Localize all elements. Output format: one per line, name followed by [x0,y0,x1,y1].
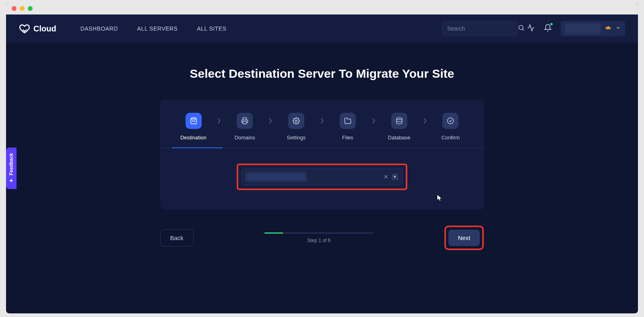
step-label: Database [388,135,411,141]
progress-bar [264,232,373,234]
nav-dashboard[interactable]: DASHBOARD [80,25,118,32]
window-maximize-button[interactable] [28,6,33,11]
svg-rect-1 [243,122,247,124]
progress-fill [264,232,283,234]
nav-all-servers[interactable]: ALL SERVERS [137,25,178,32]
activity-icon[interactable] [527,24,535,33]
step-database[interactable]: Database [385,113,413,148]
feedback-label: Feedback [8,153,14,175]
stepper: Destination ❯ Domains ❯ Settings ❯ [160,100,484,148]
step-destination[interactable]: Destination [180,113,208,148]
page-title: Select Destination Server To Migrate You… [190,67,454,81]
step-domains[interactable]: Domains [231,113,259,148]
destination-select-area: ✕ ▼ [160,148,484,209]
wizard-card: Destination ❯ Domains ❯ Settings ❯ [160,100,484,209]
step-label: Destination [180,135,206,141]
feedback-tab[interactable]: ✦ Feedback [6,147,17,189]
svg-point-4 [448,118,454,124]
back-button[interactable]: Back [160,229,194,247]
chevron-down-icon [615,25,621,32]
notification-dot [550,23,553,25]
notifications-icon[interactable] [544,24,552,33]
sparkle-icon: ✦ [8,178,14,183]
window-titlebar [6,2,638,15]
chevron-right-icon: ❯ [423,118,427,123]
user-name-redacted [565,23,601,34]
header-right [442,21,625,37]
main-nav: DASHBOARD ALL SERVERS ALL SITES [80,25,227,32]
step-files[interactable]: Files [334,113,362,148]
step-confirm[interactable]: Confirm [436,113,464,148]
settings-icon [288,113,304,129]
crown-icon [605,25,611,33]
app-header: Cloud DASHBOARD ALL SERVERS ALL SITES [6,15,638,43]
step-settings[interactable]: Settings [282,113,310,148]
progress-label: Step 1 of 6 [307,238,330,243]
caret-down-icon: ▼ [393,175,397,179]
step-label: Files [342,135,353,141]
search-icon[interactable] [518,24,525,33]
wizard-footer: Back Step 1 of 6 Next [160,226,484,250]
step-label: Domains [235,135,255,141]
highlight-box-select: ✕ ▼ [237,164,407,190]
next-button[interactable]: Next [448,230,480,246]
user-menu[interactable] [561,21,625,36]
heart-logo-icon [19,23,30,34]
chevron-right-icon: ❯ [372,118,376,123]
window-close-button[interactable] [12,6,17,11]
chevron-right-icon: ❯ [320,118,324,123]
confirm-icon [442,113,458,129]
nav-all-sites[interactable]: ALL SITES [197,25,226,32]
destination-server-select[interactable]: ✕ ▼ [242,168,402,185]
chevron-right-icon: ❯ [217,118,221,123]
database-icon [391,113,407,129]
svg-point-3 [396,118,402,120]
window-minimize-button[interactable] [20,6,25,11]
chevron-right-icon: ❯ [268,118,272,123]
main-content: Select Destination Server To Migrate You… [6,43,638,250]
search-input[interactable] [447,25,518,32]
dropdown-toggle-button[interactable]: ▼ [392,174,398,180]
brand-logo[interactable]: Cloud [19,23,56,34]
step-label: Settings [287,135,306,141]
domains-icon [237,113,253,129]
svg-point-2 [295,120,297,122]
highlight-box-next: Next [444,226,484,250]
svg-point-0 [519,25,523,30]
clear-selection-button[interactable]: ✕ [384,174,388,180]
destination-icon [186,113,202,129]
progress-indicator: Step 1 of 6 [264,232,373,243]
brand-name: Cloud [33,24,56,33]
app-window: Cloud DASHBOARD ALL SERVERS ALL SITES [6,2,638,313]
search-box[interactable] [442,21,518,37]
step-label: Confirm [442,135,460,141]
files-icon [340,113,356,129]
selected-value-redacted [246,172,306,181]
